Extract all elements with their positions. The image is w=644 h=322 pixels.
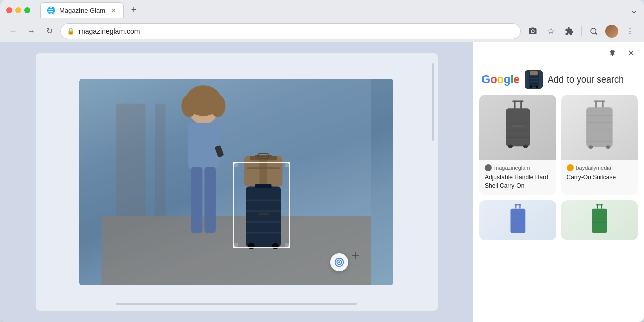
svg-point-38 [535,86,538,88]
main-image [79,79,393,285]
svg-rect-42 [512,100,523,102]
corner-bl [233,243,238,248]
profile-avatar [605,25,618,38]
svg-rect-71 [596,204,603,205]
product-card-1[interactable]: magazineglam Adjustable Handle Hard Shel… [479,95,556,195]
active-tab[interactable]: 🌐 Magazine Glam ✕ [40,2,124,18]
title-bar: 🌐 Magazine Glam ✕ + ⌄ [0,0,644,20]
svg-rect-6 [191,167,203,233]
product-image-2 [561,95,638,160]
source-name-2: baydailymedia [576,165,611,171]
address-bar[interactable]: 🔒 magazineglam.com [60,23,521,39]
webpage-inner [36,53,438,311]
google-logo: Google [481,73,520,86]
extensions-button[interactable] [561,23,577,39]
nav-actions: ☆ ⋮ [525,23,638,39]
svg-point-50 [508,145,513,148]
camera-svg [528,27,537,36]
svg-point-3 [182,95,197,117]
svg-rect-49 [512,126,524,127]
right-panel: ✕ Google [473,42,644,322]
svg-point-62 [606,145,611,149]
svg-rect-65 [514,204,521,205]
svg-point-4 [210,95,226,117]
nav-bar: ← → ↻ 🔒 magazineglam.com ☆ [0,20,644,42]
source-dot-2 [567,164,574,171]
main-content: ✕ Google [0,42,644,322]
svg-rect-36 [530,80,538,82]
profile-button[interactable] [604,23,620,39]
puzzle-svg [565,27,574,36]
traffic-lights [6,7,30,13]
nav-separator [581,26,582,36]
product-image-3 [479,200,556,240]
product-info-2: baydailymedia Carry-On Suitcase [561,160,638,187]
svg-rect-7 [205,167,216,233]
browser-window: 🌐 Magazine Glam ✕ + ⌄ ← → ↻ 🔒 magazinegl… [0,0,644,322]
svg-point-61 [589,145,594,149]
drag-crosshair [352,252,359,259]
menu-button[interactable]: ⋮ [622,23,638,39]
corner-tr [285,162,290,167]
search-header: Google Add to you [473,64,644,95]
svg-rect-39 [530,71,538,75]
google-lens-button[interactable] [330,253,348,271]
corner-br [285,243,290,248]
suitcase-svg-2 [573,100,626,155]
forward-button[interactable]: → [24,24,38,38]
tab-expand-button[interactable]: ⌄ [630,5,638,16]
tab-title: Magazine Glam [59,7,105,14]
back-button[interactable]: ← [6,24,20,38]
lens-icon[interactable] [525,23,541,39]
new-tab-button[interactable]: + [127,3,141,17]
product-image-4 [561,200,638,240]
close-panel-button[interactable]: ✕ [624,46,638,60]
svg-rect-66 [510,208,525,233]
suitcase-svg-1 [491,100,545,155]
search-title-text: Add to your search [548,74,624,85]
product-card-4[interactable] [561,200,638,240]
product-title-2: Carry-On Suitcase [567,173,633,182]
vertical-scrollbar[interactable] [432,63,434,140]
url-text: magazineglam.com [79,27,514,35]
product-title-1: Adjustable Handle Hard Shell Carry-On [485,173,551,190]
products-grid: magazineglam Adjustable Handle Hard Shel… [473,95,644,247]
lens-icon-svg [334,257,345,268]
reload-button[interactable]: ↻ [42,24,56,38]
svg-rect-35 [530,78,538,79]
horizontal-scrollbar[interactable] [116,303,357,305]
selection-box [233,162,290,248]
close-window-button[interactable] [6,7,12,13]
svg-rect-72 [592,208,607,233]
product-card-2[interactable]: baydailymedia Carry-On Suitcase [561,95,638,195]
source-dot-1 [485,164,492,171]
tab-bar: 🌐 Magazine Glam ✕ + ⌄ [40,2,638,18]
minimize-window-button[interactable] [15,7,21,13]
product-info-1: magazineglam Adjustable Handle Hard Shel… [479,160,556,195]
product-source-1: magazineglam [485,164,551,171]
pin-icon [609,49,617,57]
svg-point-37 [529,86,532,88]
lens-sidebar-svg [589,27,598,36]
corner-tl [233,162,238,167]
product-source-2: baydailymedia [567,164,633,171]
photo-background [79,79,393,285]
tab-close-button[interactable]: ✕ [109,6,117,14]
maximize-window-button[interactable] [24,7,30,13]
product-image-1 [479,95,556,160]
thumb-svg [525,70,543,89]
product-card-3[interactable] [479,200,556,240]
svg-rect-34 [530,75,538,76]
panel-header: ✕ [473,42,644,64]
pin-button[interactable] [606,46,620,60]
tab-favicon: 🌐 [47,6,55,14]
webpage-area [0,42,473,322]
svg-rect-54 [594,100,605,102]
svg-point-51 [523,145,528,148]
source-name-1: magazineglam [494,165,530,171]
suitcase-svg-4 [573,203,626,237]
bookmark-button[interactable]: ☆ [543,23,559,39]
google-lens-sidebar-button[interactable] [586,23,602,39]
ssl-lock-icon: 🔒 [67,27,75,35]
search-image-thumbnail [525,70,543,89]
